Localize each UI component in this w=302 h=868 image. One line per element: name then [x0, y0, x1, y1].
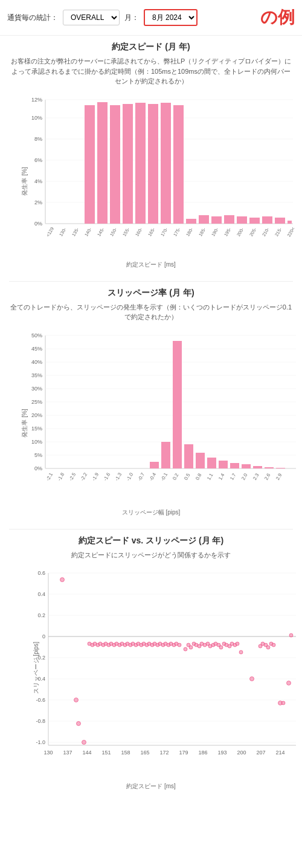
svg-text:-1.3: -1.3: [114, 471, 123, 482]
svg-text:151: 151: [101, 750, 111, 756]
svg-point-210: [289, 633, 293, 637]
svg-rect-31: [237, 216, 247, 224]
svg-rect-20: [97, 102, 108, 224]
svg-rect-23: [135, 103, 146, 224]
svg-text:10%: 10%: [31, 115, 42, 121]
chart2-title: スリッページ率 (月 年): [9, 288, 293, 299]
month-select[interactable]: 8月 2024: [144, 9, 198, 26]
svg-rect-22: [123, 104, 133, 224]
svg-text:130-: 130-: [58, 226, 68, 237]
svg-text:193: 193: [217, 750, 226, 756]
svg-rect-90: [161, 442, 170, 468]
svg-text:-1.0: -1.0: [125, 471, 134, 482]
svg-text:45%: 45%: [31, 346, 42, 352]
svg-text:220<: 220<: [286, 225, 297, 238]
svg-rect-28: [199, 215, 209, 224]
chart3-x-title: 約定スピード [ms]: [9, 782, 293, 791]
svg-text:20%: 20%: [31, 412, 42, 418]
svg-text:-0.4: -0.4: [148, 471, 157, 482]
svg-point-211: [281, 701, 285, 705]
svg-rect-24: [148, 104, 158, 224]
svg-text:175-: 175-: [172, 226, 182, 237]
svg-point-188: [239, 650, 243, 654]
svg-text:-1.0: -1.0: [36, 739, 45, 745]
chart2-container: 発生率 [%] 0% 5% 10% 15% 20% 25% 30%: [9, 329, 293, 517]
svg-text:5%: 5%: [34, 452, 42, 458]
svg-text:215-: 215-: [274, 226, 283, 237]
svg-text:185-: 185-: [198, 226, 207, 237]
svg-point-144: [77, 722, 81, 726]
chart1-title: 約定スピード (月 年): [9, 42, 293, 53]
svg-text:210-: 210-: [261, 226, 271, 237]
svg-text:1.7: 1.7: [229, 472, 237, 481]
chart3-container: スリッページ [pips] 0.6 0.4 0.2 0: [9, 567, 293, 791]
svg-text:15%: 15%: [31, 426, 42, 432]
svg-rect-35: [288, 221, 292, 224]
svg-text:4%: 4%: [34, 178, 42, 184]
svg-rect-91: [173, 341, 182, 468]
svg-text:-1.6: -1.6: [102, 471, 111, 482]
svg-text:214: 214: [275, 750, 284, 756]
svg-text:165: 165: [140, 750, 149, 756]
svg-text:170-: 170-: [159, 226, 169, 237]
svg-text:160-: 160-: [134, 226, 144, 237]
svg-text:35%: 35%: [31, 372, 42, 378]
svg-rect-95: [219, 461, 228, 468]
svg-text:-0.4: -0.4: [36, 676, 45, 682]
svg-text:0.8: 0.8: [194, 472, 203, 481]
example-text: の例: [260, 6, 295, 29]
svg-text:0.5: 0.5: [183, 472, 191, 481]
svg-text:2.3: 2.3: [252, 472, 260, 481]
chart1-container: 発生率 [%] 0% 2% 4% 6% 8% 10%: [9, 94, 293, 269]
svg-point-209: [287, 681, 291, 685]
svg-text:2%: 2%: [34, 199, 42, 206]
svg-text:165-: 165-: [147, 226, 156, 237]
svg-text:0.2: 0.2: [37, 612, 45, 618]
svg-rect-92: [184, 444, 193, 468]
svg-rect-99: [265, 467, 274, 468]
chart1-svg: 0% 2% 4% 6% 8% 10% 12%: [27, 94, 302, 248]
svg-text:10%: 10%: [31, 439, 42, 445]
svg-text:2.9: 2.9: [275, 472, 283, 481]
chart2-svg: 0% 5% 10% 15% 20% 25% 30% 35% 40%: [27, 329, 302, 499]
chart2-section: スリッページ率 (月 年) 全てのトレードから、スリッページの発生率を示す（例：…: [0, 282, 302, 529]
svg-rect-94: [207, 458, 216, 468]
svg-text:2.6: 2.6: [263, 472, 272, 481]
svg-text:190-: 190-: [210, 226, 220, 237]
svg-rect-29: [211, 216, 222, 224]
svg-rect-30: [224, 215, 234, 224]
svg-point-205: [266, 646, 270, 649]
svg-text:144: 144: [82, 750, 91, 756]
svg-rect-32: [249, 218, 260, 224]
svg-text:140-: 140-: [83, 226, 93, 237]
svg-text:0.6: 0.6: [37, 570, 45, 576]
svg-text:<129: <129: [45, 226, 55, 238]
svg-point-145: [82, 740, 86, 745]
svg-text:135-: 135-: [71, 226, 80, 237]
svg-text:30%: 30%: [31, 386, 42, 392]
svg-point-142: [60, 578, 65, 582]
svg-rect-98: [253, 466, 262, 468]
svg-text:50%: 50%: [31, 332, 42, 338]
svg-text:200-: 200-: [236, 226, 245, 237]
top-bar: 通貨毎の統計： OVERALL 月： 8月 2024 の例: [0, 0, 302, 36]
svg-text:2.0: 2.0: [240, 472, 249, 481]
svg-text:205-: 205-: [248, 226, 258, 237]
svg-point-180: [184, 647, 187, 651]
svg-text:0.4: 0.4: [37, 591, 45, 597]
svg-text:180-: 180-: [185, 226, 194, 237]
chart3-desc: 約定スピードにスリッページがどう関係するかを示す: [9, 550, 293, 560]
chart2-x-title: スリッページ幅 [pips]: [9, 508, 293, 517]
chart1-x-title: 約定スピード [ms]: [9, 261, 293, 269]
svg-rect-34: [275, 218, 285, 224]
overall-select[interactable]: OVERALL: [63, 10, 120, 25]
svg-text:12%: 12%: [31, 97, 42, 103]
svg-point-195: [219, 646, 223, 649]
svg-text:25%: 25%: [31, 399, 42, 405]
svg-text:-0.8: -0.8: [36, 718, 45, 724]
svg-rect-25: [161, 103, 171, 224]
svg-rect-93: [196, 453, 205, 468]
svg-rect-97: [242, 464, 251, 468]
svg-text:1.1: 1.1: [206, 472, 214, 481]
svg-text:-1.9: -1.9: [91, 471, 100, 482]
